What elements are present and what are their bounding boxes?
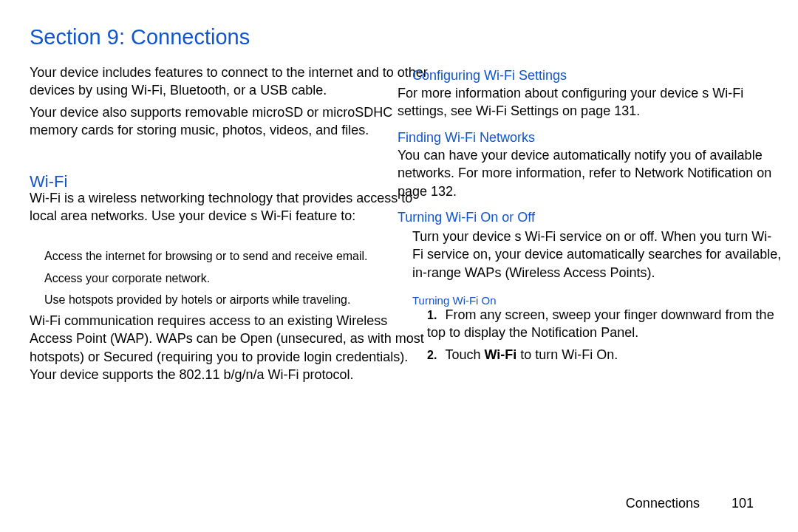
- intro-paragraph-2: Your device also supports removable micr…: [30, 103, 414, 140]
- wifi-bullet-3: Use hotspots provided by hotels or airpo…: [44, 292, 429, 308]
- step-1: 1. From any screen, sweep your finger do…: [427, 306, 782, 342]
- step-1-text: From any screen, sweep your finger downw…: [427, 307, 774, 340]
- step-2: 2. Touch Wi-Fi to turn Wi-Fi On.: [427, 346, 782, 364]
- cfg-post: on page 131.: [559, 103, 640, 118]
- turning-heading: Turning Wi-Fi On or Off: [398, 210, 535, 225]
- step-2-post: to turn Wi-Fi On.: [516, 347, 618, 362]
- footer-label: Connections: [626, 496, 700, 511]
- wifi-b3-post: while traveling.: [269, 293, 350, 306]
- intro-p2-bold: removable: [185, 105, 248, 120]
- wifi-paragraph-1: Wi-Fi is a wireless networking technolog…: [30, 189, 414, 225]
- wifi-bullet-2: Access your corporate network.: [44, 270, 429, 287]
- wifi-paragraph-2: Wi-Fi communication requires access to a…: [30, 312, 429, 383]
- wifi-b3-pre: Use hotspots provided by hotels: [44, 293, 216, 306]
- page-footer: Connections 101: [626, 496, 754, 511]
- intro-p2-pre: Your device also supports: [30, 105, 185, 120]
- finding-heading: Finding Wi-Fi Networks: [398, 130, 535, 146]
- wifi-bullet-1: Access the internet for browsing or to s…: [44, 248, 458, 265]
- step-2-number: 2.: [427, 349, 442, 362]
- intro-paragraph-1: Your device includes features to connect…: [30, 64, 429, 100]
- section-title: Section 9: Connections: [30, 25, 768, 50]
- step-1-number: 1.: [427, 309, 442, 322]
- cfg-pre: For more information about configuring: [398, 86, 630, 100]
- configuring-paragraph: For more information about configuring y…: [398, 84, 774, 120]
- turning-paragraph: Turn your device s Wi-Fi service on or o…: [412, 228, 782, 282]
- finding-paragraph: You can have your device automatically n…: [398, 146, 774, 200]
- wifi-b3-bold: or airports: [216, 293, 269, 306]
- configuring-heading: Configuring Wi-Fi Settings: [412, 68, 567, 83]
- step-2-bold: Wi-Fi: [485, 347, 517, 362]
- footer-page-number: 101: [732, 496, 754, 511]
- document-page: Section 9: Connections Your device inclu…: [0, 0, 798, 532]
- step-2-pre: Touch: [445, 347, 484, 362]
- turning-on-heading: Turning Wi-Fi On: [412, 294, 497, 307]
- find-link: Network Notification: [635, 166, 753, 180]
- cfg-link: Wi-Fi Settings: [476, 103, 559, 118]
